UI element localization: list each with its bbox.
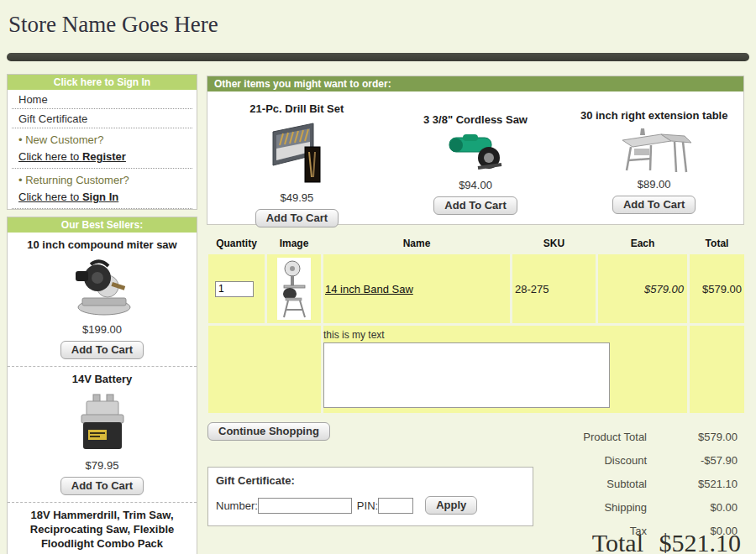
product-name: 30 inch right extension table [564,109,743,122]
quantity-cell [208,254,265,323]
gift-certificate-box: Gift Certificate: Number: PIN: Apply [207,467,533,526]
product-name: 3 3/8" Cordless Saw [386,113,565,126]
note-textarea[interactable] [323,342,610,408]
signin-link-prefix: Click here to [18,191,82,203]
sidebar-item-home[interactable]: Home [12,90,192,109]
best-seller-item: 10 inch compound miter saw $199.00 Add T… [8,233,197,367]
apply-button[interactable]: Apply [425,496,477,515]
cart-item-link[interactable]: 14 inch Band Saw [325,283,413,295]
grand-total-value: $521.10 [643,529,741,554]
register-link-bold: Register [82,150,126,163]
best-sellers-box: Our Best Sellers: 10 inch compound miter… [7,217,197,554]
suggested-items-header: Other items you might want to order: [207,76,743,91]
grand-total-label: Total [502,529,643,554]
totals-row: Product Total $579.00 [502,425,738,448]
extension-table-image[interactable] [617,127,691,174]
signin-box: Click here to Sign In Home Gift Certific… [7,74,197,210]
totals-value: -$57.90 [647,454,738,467]
product-price: $79.95 [11,459,193,472]
totals-label: Shipping [502,501,647,514]
cart-table: Quantity Image Name SKU Each Total [208,235,744,413]
product-name: 18V Hammerdrill, Trim Saw, Reciprocating… [11,508,193,551]
column-header-sku: SKU [512,238,596,249]
quantity-input[interactable] [215,281,254,297]
suggested-items-box: Other items you might want to order: 21-… [207,76,744,225]
cart-item-sku: 28-275 [515,283,549,295]
totals-label: Subtotal [502,478,647,490]
name-cell: 14 inch Band Saw [323,254,510,323]
column-header-quantity: Quantity [208,238,265,249]
add-to-cart-button[interactable]: Add To Cart [433,196,517,215]
totals-label: Product Total [502,431,647,443]
signin-link-bold: Sign In [82,191,118,203]
column-header-each: Each [598,238,687,249]
note-label: this is my text [323,329,687,341]
column-header-total: Total [690,238,744,249]
product-price: $89.00 [564,178,743,191]
miter-saw-image[interactable] [66,257,139,319]
register-link-prefix: Click here to [18,150,82,163]
each-cell: $579.00 [598,254,687,323]
note-end-cell [690,326,744,413]
totals-value: $579.00 [647,431,738,443]
totals-value: $0.00 [647,501,738,514]
totals-value: $521.10 [647,478,738,490]
suggested-item: 21-Pc. Drill Bit Set $49.95 Add To Cart [207,91,386,227]
new-customer-question: • New Customer? [18,133,186,146]
suggested-item: 3 3/8" Cordless Saw $94.00 Add To Cart [386,91,565,227]
product-price: $49.95 [207,191,386,204]
totals-label: Discount [502,454,647,467]
gift-pin-input[interactable] [378,498,413,514]
column-header-image: Image [267,238,321,249]
best-sellers-header: Our Best Sellers: [8,217,197,233]
totals-row: Discount -$57.90 [502,448,738,472]
note-spacer-cell [208,326,321,413]
note-cell: this is my text [323,326,687,413]
cart-table-header: Quantity Image Name SKU Each Total [208,235,744,252]
add-to-cart-button[interactable]: Add To Cart [60,341,144,359]
total-cell: $579.00 [690,254,744,323]
signin-link[interactable]: Click here to Sign In [18,191,118,203]
cart-item-each-price: $579.00 [598,283,687,295]
best-seller-item: 14V Battery $79.95 Add To Cart [8,367,197,503]
add-to-cart-button[interactable]: Add To Cart [612,196,696,214]
returning-customer-block: • Returning Customer? Click here to Sign… [12,169,192,209]
gift-number-label: Number: [216,499,258,512]
add-to-cart-button[interactable]: Add To Cart [60,477,144,495]
product-price: $94.00 [386,179,565,191]
gift-pin-label: PIN: [357,499,378,512]
register-link[interactable]: Click here to Register [18,150,126,163]
column-header-name: Name [323,238,510,249]
cart-item-image-plate [277,258,311,320]
gift-number-input[interactable] [258,498,352,514]
best-seller-item: 18V Hammerdrill, Trim Saw, Reciprocating… [8,503,197,554]
order-totals: Product Total $579.00 Discount -$57.90 S… [502,425,738,542]
gift-certificate-title: Gift Certificate: [216,474,533,487]
suggested-item: 30 inch right extension table $89.00 Add… [564,91,743,227]
returning-customer-question: • Returning Customer? [18,174,186,186]
cart-note-row: this is my text [208,326,744,413]
cordless-saw-image[interactable] [444,131,507,175]
new-customer-block: • New Customer? Click here to Register [12,128,192,169]
product-price: $199.00 [11,323,193,336]
header-divider-bar [7,53,749,61]
battery-image[interactable] [75,391,130,455]
signin-banner[interactable]: Click here to Sign In [8,75,197,90]
sidebar-item-gift-certificate[interactable]: Gift Certificate [12,109,192,128]
drill-bit-set-image[interactable] [265,120,328,187]
totals-row: Shipping $0.00 [502,495,738,519]
add-to-cart-button[interactable]: Add To Cart [255,209,339,227]
cart-item-row: 14 inch Band Saw 28-275 $579.00 $579.00 [208,254,744,323]
product-name: 21-Pc. Drill Bit Set [207,102,386,115]
totals-row: Subtotal $521.10 [502,472,738,495]
page-title: Store Name Goes Here [8,12,218,38]
image-cell [267,254,321,323]
band-saw-image[interactable] [278,259,310,319]
cart-item-total-price: $579.00 [690,283,744,295]
product-name: 14V Battery [11,372,193,386]
product-name: 10 inch compound miter saw [11,238,193,252]
grand-total-row: Total $521.10 [502,529,741,554]
continue-shopping-button[interactable]: Continue Shopping [207,422,330,441]
shopping-cart-page: Store Name Goes Here Click here to Sign … [0,0,756,554]
sku-cell: 28-275 [512,254,596,323]
